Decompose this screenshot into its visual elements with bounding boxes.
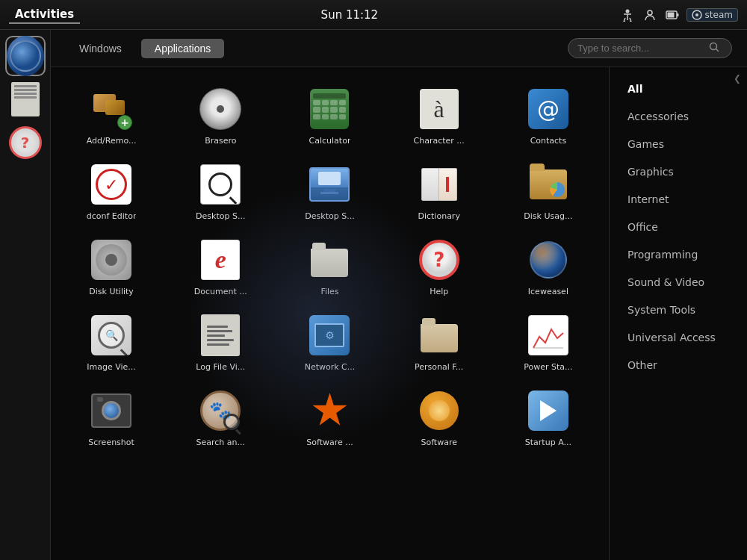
apps-grid: + Add/Remo... Brasero [51, 67, 609, 560]
windows-tab[interactable]: Windows [66, 39, 135, 58]
app-desktop-settings[interactable]: Desktop S... [276, 155, 382, 227]
category-other[interactable]: Other [613, 352, 744, 379]
category-graphics[interactable]: Graphics [613, 158, 744, 185]
app-label-addremove: Add/Remo... [87, 136, 137, 146]
app-label-personal: Personal F... [415, 362, 463, 372]
search-bar[interactable] [568, 38, 732, 58]
dock-item-help[interactable]: ? [7, 124, 44, 161]
dock-item-files[interactable] [7, 81, 44, 118]
app-help[interactable]: ? Help [386, 230, 492, 302]
category-programming[interactable]: Programming [613, 241, 744, 268]
app-contacts[interactable]: Contacts [495, 79, 601, 152]
app-brasero[interactable]: Brasero [167, 79, 273, 152]
app-icon-document: e [196, 236, 244, 284]
app-label-iceweasel: Iceweasel [528, 287, 568, 296]
app-label-logfile: Log File Vi... [196, 362, 245, 372]
applications-tab[interactable]: Applications [141, 39, 225, 58]
category-system-tools[interactable]: System Tools [613, 296, 744, 323]
category-internet[interactable]: Internet [613, 186, 744, 213]
dock-item-browser[interactable] [7, 37, 44, 75]
svg-point-6 [695, 13, 698, 16]
category-all[interactable]: All [613, 75, 744, 102]
apps-area: + Add/Remo... Brasero [51, 67, 747, 560]
battery-icon[interactable] [664, 7, 681, 23]
app-screenshot[interactable]: Screenshot [58, 381, 164, 453]
app-label-imageview: Image Vie... [87, 362, 136, 372]
app-power[interactable]: Power Sta... [495, 305, 601, 378]
app-icon-files [306, 236, 353, 284]
app-label-network: Network C... [305, 362, 356, 372]
app-icon-network: ⚙ [306, 311, 353, 359]
app-icon-startup [524, 387, 572, 435]
app-network[interactable]: ⚙ Network C... [276, 305, 382, 378]
app-icon-imageview: 🔍 [87, 311, 135, 359]
category-sidebar: All Accessories Games Graphics Internet … [609, 67, 747, 560]
app-files[interactable]: Files [276, 230, 382, 302]
app-diskusage[interactable]: Disk Usag... [495, 155, 601, 227]
app-label-desktop-settings: Desktop S... [305, 211, 354, 221]
activities-button[interactable]: Activities [9, 6, 80, 24]
app-icon-dconf [87, 161, 135, 208]
app-label-dconf: dconf Editor [87, 211, 137, 221]
app-software[interactable]: Software [386, 381, 492, 453]
search-input[interactable] [577, 43, 704, 54]
app-icon-personal [415, 311, 463, 359]
app-label-brasero: Brasero [205, 136, 236, 146]
app-label-calculator: Calculator [309, 136, 351, 146]
dock-file-icon [11, 82, 40, 116]
accessibility-icon[interactable] [619, 7, 636, 23]
app-logfile[interactable]: Log File Vi... [167, 305, 273, 378]
category-sound-video[interactable]: Sound & Video [613, 269, 744, 296]
svg-rect-3 [667, 12, 674, 17]
main-layout: ? Windows Applications [0, 30, 747, 560]
app-icon-diskutil [87, 236, 135, 284]
app-charmap[interactable]: à Character ... [386, 79, 492, 152]
app-softupdate[interactable]: Software ... [276, 381, 382, 453]
app-label-power: Power Sta... [524, 362, 572, 372]
app-imageview[interactable]: 🔍 Image Vie... [58, 305, 164, 378]
app-icon-desktop-settings [306, 161, 353, 208]
app-label-charmap: Character ... [414, 136, 465, 146]
app-calculator[interactable]: Calculator [276, 79, 382, 152]
app-label-help: Help [430, 287, 448, 296]
app-icon-diskusage [524, 161, 572, 208]
category-games[interactable]: Games [613, 131, 744, 158]
user-icon[interactable] [642, 7, 658, 23]
app-label-contacts: Contacts [530, 136, 567, 146]
app-startup[interactable]: Startup A... [495, 381, 601, 453]
app-label-document: Document ... [194, 287, 247, 296]
app-icon-power [524, 311, 572, 359]
app-label-software: Software [421, 438, 457, 447]
app-diskutil[interactable]: Disk Utility [58, 230, 164, 302]
app-label-files: Files [320, 287, 338, 296]
app-icon-calculator [306, 85, 353, 133]
app-iceweasel[interactable]: Iceweasel [495, 230, 601, 302]
svg-point-1 [648, 10, 652, 15]
app-icon-brasero [196, 85, 244, 133]
system-tray: steam [619, 7, 738, 23]
app-desktop-ss[interactable]: Desktop S... [167, 155, 273, 227]
app-label-softupdate: Software ... [306, 438, 353, 447]
steam-badge[interactable]: steam [686, 8, 738, 22]
search-icon [709, 42, 719, 55]
app-icon-charmap: à [415, 85, 463, 133]
dock: ? [0, 30, 51, 560]
app-label-startup: Startup A... [525, 438, 571, 447]
app-dictionary[interactable]: Dictionary [386, 155, 492, 227]
app-icon-softupdate [306, 387, 353, 435]
app-icon-dictionary [415, 161, 463, 208]
app-label-search: Search an... [196, 438, 246, 447]
app-personal[interactable]: Personal F... [386, 305, 492, 378]
category-universal-access[interactable]: Universal Access [613, 324, 744, 351]
app-icon-iceweasel [524, 236, 572, 284]
svg-point-0 [625, 9, 629, 13]
app-addremove[interactable]: + Add/Remo... [58, 79, 164, 152]
app-dconf[interactable]: dconf Editor [58, 155, 164, 227]
svg-rect-4 [677, 13, 679, 16]
app-document[interactable]: e Document ... [167, 230, 273, 302]
category-accessories[interactable]: Accessories [613, 103, 744, 130]
app-search[interactable]: 🐾 Search an... [167, 381, 273, 453]
category-office[interactable]: Office [613, 214, 744, 240]
app-icon-addremove: + [87, 85, 135, 133]
app-icon-desktop-ss [196, 161, 244, 208]
